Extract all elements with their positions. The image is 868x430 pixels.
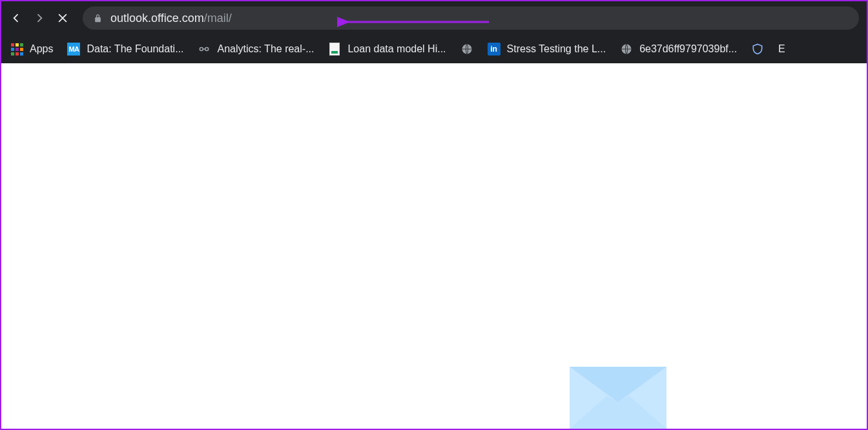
forward-button[interactable] bbox=[32, 11, 46, 25]
bookmark-label: 6e37d6ff9797039bf... bbox=[639, 43, 737, 55]
bookmark-shield[interactable] bbox=[751, 43, 764, 56]
stop-button[interactable] bbox=[56, 11, 70, 25]
url-text: outlook.office.com/mail/ bbox=[110, 12, 232, 25]
bookmark-data-foundation[interactable]: MA Data: The Foundati... bbox=[67, 43, 183, 56]
address-bar[interactable]: outlook.office.com/mail/ bbox=[83, 6, 859, 30]
url-path: /mail/ bbox=[204, 12, 232, 25]
bookmark-globe-1[interactable] bbox=[460, 43, 473, 56]
lock-icon bbox=[93, 14, 103, 23]
favicon-analytics-icon bbox=[198, 43, 211, 56]
favicon-linkedin-icon: in bbox=[488, 43, 501, 56]
back-button[interactable] bbox=[9, 11, 23, 25]
favicon-globe-icon bbox=[460, 43, 473, 56]
page-content bbox=[1, 63, 867, 429]
bookmark-label: Data: The Foundati... bbox=[87, 43, 183, 55]
bookmark-label: Analytics: The real-... bbox=[217, 43, 314, 55]
svg-point-1 bbox=[200, 48, 203, 51]
apps-label: Apps bbox=[30, 43, 53, 55]
bookmarks-bar: Apps MA Data: The Foundati... Analytics:… bbox=[1, 35, 867, 63]
apps-button[interactable]: Apps bbox=[10, 43, 53, 56]
apps-grid-icon bbox=[10, 43, 23, 56]
browser-chrome: outlook.office.com/mail/ Apps MA Data: T… bbox=[1, 1, 867, 63]
bookmark-hash[interactable]: 6e37d6ff9797039bf... bbox=[620, 43, 737, 56]
favicon-globe-icon bbox=[620, 43, 633, 56]
bookmark-label: Loan data model Hi... bbox=[347, 43, 446, 55]
favicon-shield-icon bbox=[751, 43, 764, 56]
browser-toolbar: outlook.office.com/mail/ bbox=[1, 1, 867, 35]
bookmark-analytics[interactable]: Analytics: The real-... bbox=[198, 43, 314, 56]
bookmark-label: Stress Testing the L... bbox=[507, 43, 606, 55]
bookmark-label: E bbox=[778, 43, 785, 55]
favicon-ma-icon: MA bbox=[67, 43, 80, 56]
url-host: outlook.office.com bbox=[110, 12, 204, 25]
favicon-document-icon bbox=[328, 43, 341, 56]
svg-point-2 bbox=[205, 48, 209, 51]
bookmark-loan-data[interactable]: Loan data model Hi... bbox=[328, 43, 446, 56]
envelope-icon bbox=[570, 367, 666, 429]
bookmark-stress-testing[interactable]: in Stress Testing the L... bbox=[488, 43, 606, 56]
bookmark-trailing[interactable]: E bbox=[778, 43, 785, 55]
